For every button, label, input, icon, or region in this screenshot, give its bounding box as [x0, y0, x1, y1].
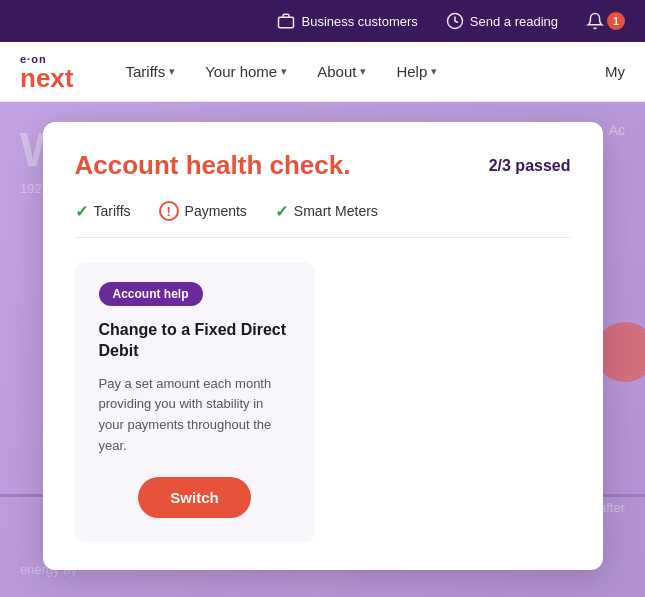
check-item-smart-meters: ✓ Smart Meters — [275, 202, 378, 221]
switch-button[interactable]: Switch — [138, 477, 250, 518]
nav-item-tariffs[interactable]: Tariffs ▾ — [113, 55, 187, 88]
logo-next: next — [20, 65, 73, 91]
nav-item-my[interactable]: My — [605, 63, 625, 80]
business-customers-label: Business customers — [301, 14, 417, 29]
check-smart-meters-label: Smart Meters — [294, 203, 378, 219]
check-pass-icon: ✓ — [275, 202, 288, 221]
notification-bell[interactable]: 1 — [586, 12, 625, 30]
modal-checks: ✓ Tariffs ! Payments ✓ Smart Meters — [75, 201, 571, 238]
nav-tariffs-label: Tariffs — [125, 63, 165, 80]
modal-title: Account health check. — [75, 150, 351, 181]
check-payments-label: Payments — [185, 203, 247, 219]
modal-passed-count: 2/3 passed — [489, 157, 571, 175]
nav-items: Tariffs ▾ Your home ▾ About ▾ Help ▾ — [113, 55, 449, 88]
nav-my-label: My — [605, 63, 625, 80]
check-item-payments: ! Payments — [159, 201, 247, 221]
chevron-down-icon: ▾ — [431, 65, 437, 78]
nav-help-label: Help — [396, 63, 427, 80]
nav-item-your-home[interactable]: Your home ▾ — [193, 55, 299, 88]
nav-item-about[interactable]: About ▾ — [305, 55, 378, 88]
check-item-tariffs: ✓ Tariffs — [75, 202, 131, 221]
card-title: Change to a Fixed Direct Debit — [99, 320, 291, 362]
chevron-down-icon: ▾ — [360, 65, 366, 78]
chevron-down-icon: ▾ — [281, 65, 287, 78]
send-reading-label: Send a reading — [470, 14, 558, 29]
recommendation-card: Account help Change to a Fixed Direct De… — [75, 262, 315, 542]
check-pass-icon: ✓ — [75, 202, 88, 221]
business-customers-link[interactable]: Business customers — [277, 12, 417, 30]
card-tag: Account help — [99, 282, 203, 306]
meter-icon — [446, 12, 464, 30]
modal-overlay: Account health check. 2/3 passed ✓ Tarif… — [0, 102, 645, 597]
nav-about-label: About — [317, 63, 356, 80]
check-tariffs-label: Tariffs — [94, 203, 131, 219]
modal-header: Account health check. 2/3 passed — [75, 150, 571, 181]
nav-your-home-label: Your home — [205, 63, 277, 80]
card-description: Pay a set amount each month providing yo… — [99, 374, 291, 457]
logo[interactable]: e·on next — [20, 53, 73, 91]
bell-icon — [586, 12, 604, 30]
health-check-modal: Account health check. 2/3 passed ✓ Tarif… — [43, 122, 603, 570]
chevron-down-icon: ▾ — [169, 65, 175, 78]
nav-item-help[interactable]: Help ▾ — [384, 55, 449, 88]
top-bar: Business customers Send a reading 1 — [0, 0, 645, 42]
svg-rect-0 — [279, 17, 294, 28]
send-reading-link[interactable]: Send a reading — [446, 12, 558, 30]
nav-bar: e·on next Tariffs ▾ Your home ▾ About ▾ … — [0, 42, 645, 102]
notification-count: 1 — [607, 12, 625, 30]
business-icon — [277, 12, 295, 30]
check-warning-icon: ! — [159, 201, 179, 221]
